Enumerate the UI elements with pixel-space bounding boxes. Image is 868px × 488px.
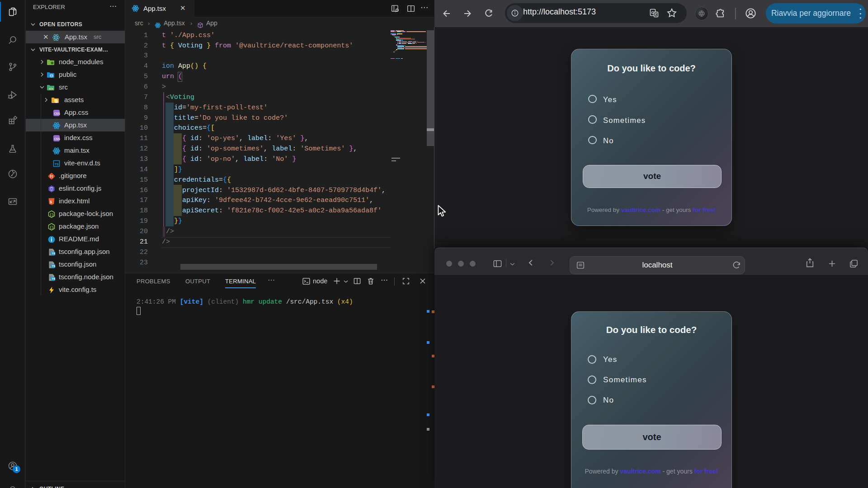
- svg-text:CSS: CSS: [54, 112, 60, 115]
- svg-text:TS: TS: [52, 277, 56, 280]
- svg-text:TS: TS: [52, 252, 56, 255]
- svg-text:<>: <>: [49, 87, 53, 91]
- svg-text:{}: {}: [50, 225, 54, 229]
- svg-text:{}: {}: [50, 213, 54, 216]
- svg-text:5: 5: [50, 200, 52, 204]
- svg-text:TS: TS: [55, 163, 59, 166]
- svg-text:CSS: CSS: [54, 137, 60, 141]
- svg-text:TS: TS: [52, 264, 56, 267]
